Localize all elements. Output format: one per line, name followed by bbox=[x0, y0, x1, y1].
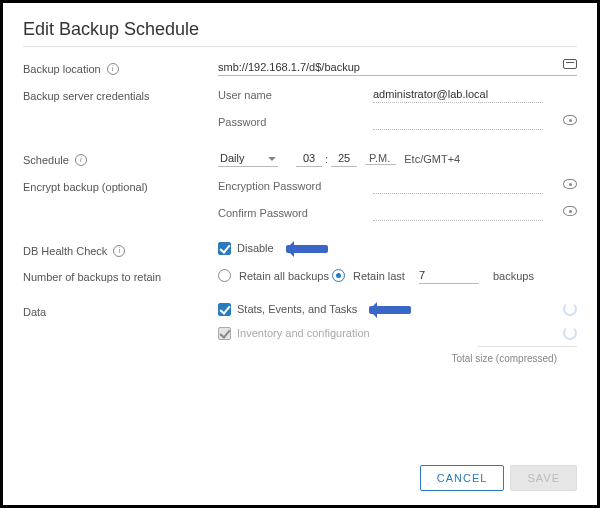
info-icon[interactable]: i bbox=[113, 245, 125, 257]
cancel-button[interactable]: CANCEL bbox=[420, 465, 505, 491]
ampm-toggle[interactable]: P.M. bbox=[365, 152, 396, 165]
dialog-title: Edit Backup Schedule bbox=[23, 19, 577, 40]
confirm-password-input[interactable] bbox=[373, 204, 543, 221]
total-size-label: Total size (compressed) bbox=[218, 353, 577, 364]
retain-last-radio[interactable]: Retain last backups bbox=[332, 267, 534, 284]
stats-checkbox[interactable]: Stats, Events, and Tasks bbox=[218, 303, 357, 316]
credential-card-icon[interactable] bbox=[563, 59, 577, 69]
label-retain: Number of backups to retain bbox=[23, 271, 161, 283]
label-backup-location: Backup location bbox=[23, 63, 101, 75]
minute-input[interactable] bbox=[331, 150, 357, 167]
eye-icon[interactable] bbox=[563, 179, 577, 189]
retain-all-radio[interactable]: Retain all backups bbox=[218, 269, 329, 282]
label-password: Password bbox=[218, 116, 373, 128]
eye-icon[interactable] bbox=[563, 206, 577, 216]
frequency-select[interactable]: Daily bbox=[218, 150, 278, 167]
label-data: Data bbox=[23, 306, 46, 318]
inventory-checkbox: Inventory and configuration bbox=[218, 327, 370, 340]
label-schedule: Schedule bbox=[23, 154, 69, 166]
loading-spinner-icon bbox=[563, 302, 577, 316]
retain-count-input[interactable] bbox=[419, 267, 479, 284]
encryption-password-input[interactable] bbox=[373, 177, 543, 194]
eye-icon[interactable] bbox=[563, 115, 577, 125]
label-encrypt: Encrypt backup (optional) bbox=[23, 181, 148, 193]
timezone-text: Etc/GMT+4 bbox=[396, 153, 460, 165]
retain-last-pre: Retain last bbox=[353, 270, 405, 282]
annotation-arrow-icon bbox=[280, 241, 328, 255]
stats-label: Stats, Events, and Tasks bbox=[237, 303, 357, 315]
retain-all-label: Retain all backups bbox=[239, 270, 329, 282]
label-db-health: DB Health Check bbox=[23, 245, 107, 257]
retain-last-post: backups bbox=[493, 270, 534, 282]
dialog: Edit Backup Schedule Backup location i B… bbox=[3, 3, 597, 505]
label-credentials: Backup server credentials bbox=[23, 90, 150, 102]
disable-checkbox[interactable]: Disable bbox=[218, 242, 274, 255]
label-username: User name bbox=[218, 89, 373, 101]
inventory-label: Inventory and configuration bbox=[237, 327, 370, 339]
divider bbox=[478, 346, 577, 347]
annotation-arrow-icon bbox=[363, 302, 411, 316]
backup-location-input[interactable] bbox=[218, 59, 577, 76]
disable-label: Disable bbox=[237, 242, 274, 254]
save-button[interactable]: SAVE bbox=[510, 465, 577, 491]
divider bbox=[23, 46, 577, 47]
info-icon[interactable]: i bbox=[107, 63, 119, 75]
time-colon: : bbox=[322, 153, 331, 165]
info-icon[interactable]: i bbox=[75, 154, 87, 166]
hour-input[interactable] bbox=[296, 150, 322, 167]
label-enc-pw: Encryption Password bbox=[218, 180, 373, 192]
label-conf-pw: Confirm Password bbox=[218, 207, 373, 219]
username-input[interactable] bbox=[373, 86, 543, 103]
loading-spinner-icon bbox=[563, 326, 577, 340]
password-input[interactable] bbox=[373, 113, 543, 130]
